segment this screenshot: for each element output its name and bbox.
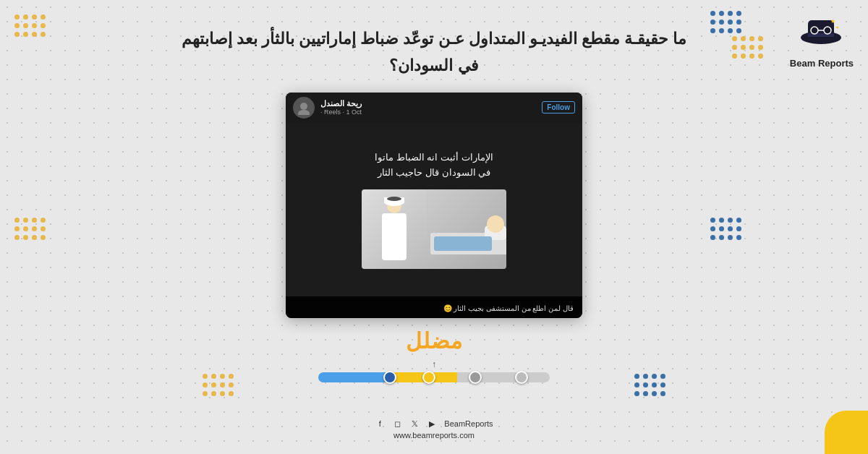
rating-scale-bar	[318, 372, 550, 382]
social-row: f ◻ 𝕏 ▶ BeamReports	[375, 419, 493, 429]
facebook-icon: f	[375, 419, 385, 429]
svg-rect-11	[382, 213, 407, 260]
svg-rect-18	[434, 236, 492, 251]
video-card: ريحة الصندل Reels · 1 Oct · Follow الإما…	[286, 93, 582, 318]
instagram-icon: ◻	[392, 419, 402, 429]
post-subtitle: Reels · 1 Oct ·	[320, 108, 362, 116]
post-author-info: ريحة الصندل Reels · 1 Oct ·	[293, 97, 362, 119]
youtube-icon: ▶	[427, 419, 437, 429]
embedded-image-inner	[362, 189, 506, 269]
post-info: ريحة الصندل Reels · 1 Oct ·	[320, 99, 362, 116]
video-text-overlay: الإمارات أثبت انه الضباط ماتوا في السودا…	[375, 150, 493, 181]
scale-container: ↑	[318, 359, 550, 382]
avatar	[293, 97, 315, 119]
main-content: ما حقيقـة مقطع الفيديـو المتداول عـن توع…	[0, 0, 868, 454]
twitter-icon: 𝕏	[409, 419, 420, 429]
scale-marker-gray2	[515, 371, 528, 384]
footer-domain: www.beamreports.com	[393, 431, 475, 440]
scale-marker-gold	[422, 371, 435, 384]
svg-point-14	[387, 197, 401, 201]
rating-label: مضلل	[406, 328, 463, 354]
social-brand-label: BeamReports	[444, 419, 493, 428]
scale-marker-blue	[383, 371, 396, 384]
video-area: الإمارات أثبت انه الضباط ماتوا في السودا…	[286, 123, 582, 296]
footer: f ◻ 𝕏 ▶ BeamReports www.beamreports.com	[375, 419, 493, 440]
post-header: ريحة الصندل Reels · 1 Oct · Follow	[286, 93, 582, 123]
article-title: ما حقيقـة مقطع الفيديـو المتداول عـن توع…	[181, 25, 687, 80]
scale-marker-gray1	[469, 371, 482, 384]
follow-button[interactable]: Follow	[542, 101, 575, 113]
image-right-panel	[427, 189, 506, 269]
image-left-panel	[362, 189, 427, 269]
caption-text: قال لمن اطلع من المستشفى بجيب الثار 😊	[443, 304, 574, 312]
scale-arrow: ↑	[432, 359, 436, 369]
post-author-name: ريحة الصندل	[320, 99, 362, 108]
svg-point-17	[487, 215, 504, 233]
caption-bar: قال لمن اطلع من المستشفى بجيب الثار 😊	[286, 296, 582, 318]
svg-point-9	[298, 110, 310, 115]
embedded-image	[362, 189, 506, 269]
svg-point-8	[300, 103, 307, 110]
